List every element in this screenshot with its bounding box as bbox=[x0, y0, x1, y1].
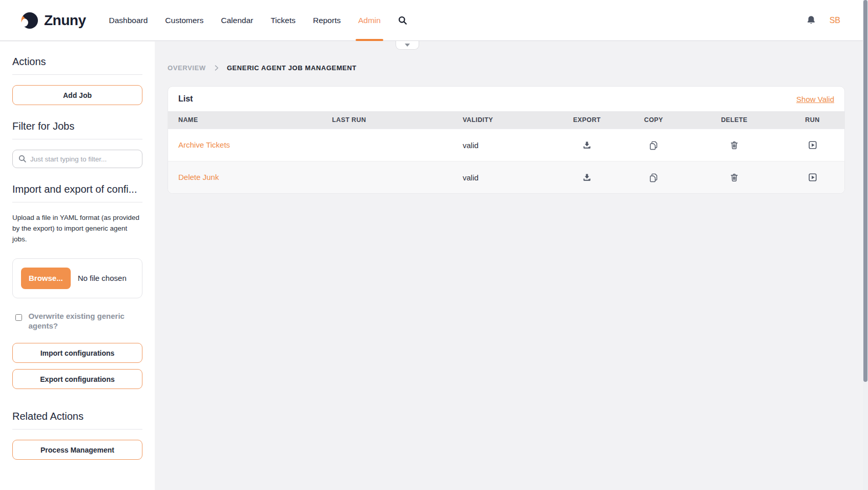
browse-button[interactable]: Browse... bbox=[21, 268, 71, 289]
nav-item-admin[interactable]: Admin bbox=[349, 0, 389, 40]
column-header-last-run: LAST RUN bbox=[322, 116, 452, 124]
table-header-row: NAME LAST RUN VALIDITY EXPORT COPY DELET… bbox=[168, 111, 844, 129]
sidebar: Actions Add Job Filter for Jobs Import a… bbox=[0, 42, 155, 490]
breadcrumb: OVERVIEW GENERIC AGENT JOB MANAGEMENT bbox=[168, 64, 863, 72]
related-actions-title: Related Actions bbox=[12, 411, 142, 422]
sidebar-section-filter: Filter for Jobs bbox=[12, 120, 142, 168]
import-configurations-button[interactable]: Import configurations bbox=[12, 343, 142, 363]
export-icon[interactable] bbox=[582, 140, 592, 150]
column-header-name: NAME bbox=[168, 116, 322, 124]
sidebar-section-import-export: Import and export of confi... Upload a f… bbox=[12, 183, 142, 389]
nav-item-tickets[interactable]: Tickets bbox=[262, 0, 304, 40]
breadcrumb-current-page: GENERIC AGENT JOB MANAGEMENT bbox=[227, 64, 357, 72]
top-header: Znuny Dashboard Customers Calendar Ticke… bbox=[0, 0, 868, 41]
column-header-validity: VALIDITY bbox=[452, 116, 555, 124]
divider bbox=[12, 202, 142, 202]
overwrite-label: Overwrite existing generic agents? bbox=[28, 312, 142, 331]
user-avatar-initials[interactable]: SB bbox=[830, 16, 840, 25]
divider bbox=[12, 139, 142, 139]
brand-logo[interactable]: Znuny bbox=[20, 11, 86, 30]
divider bbox=[12, 429, 142, 430]
main-navigation: Dashboard Customers Calendar Tickets Rep… bbox=[100, 0, 416, 40]
divider bbox=[12, 74, 142, 75]
import-export-description: Upload a file in YAML format (as provide… bbox=[12, 213, 142, 245]
vertical-scrollbar-thumb[interactable] bbox=[863, 0, 867, 382]
nav-item-dashboard[interactable]: Dashboard bbox=[100, 0, 157, 40]
job-list-card: List Show Valid NAME LAST RUN VALIDITY E… bbox=[168, 86, 845, 194]
breadcrumb-overview-link[interactable]: OVERVIEW bbox=[168, 64, 206, 72]
run-icon[interactable] bbox=[808, 173, 817, 182]
filter-jobs-input[interactable] bbox=[12, 150, 142, 168]
validity-value: valid bbox=[452, 141, 555, 150]
export-configurations-button[interactable]: Export configurations bbox=[12, 369, 142, 389]
search-icon[interactable] bbox=[389, 0, 416, 40]
trash-icon[interactable] bbox=[730, 140, 739, 150]
table-row: Archive Tickets valid bbox=[168, 129, 844, 161]
copy-icon[interactable] bbox=[649, 173, 658, 182]
add-job-button[interactable]: Add Job bbox=[12, 85, 142, 105]
column-header-export: EXPORT bbox=[555, 116, 619, 124]
process-management-button[interactable]: Process Management bbox=[12, 440, 142, 460]
table-row: Delete Junk valid bbox=[168, 161, 844, 193]
brand-name: Znuny bbox=[44, 12, 86, 29]
nav-item-calendar[interactable]: Calendar bbox=[212, 0, 262, 40]
run-icon[interactable] bbox=[808, 140, 817, 150]
file-upload-area[interactable]: Browse... No file chosen bbox=[12, 258, 142, 298]
nav-item-reports[interactable]: Reports bbox=[304, 0, 349, 40]
filter-search-icon bbox=[18, 154, 27, 165]
column-header-copy: COPY bbox=[619, 116, 688, 124]
sidebar-section-actions: Actions Add Job bbox=[12, 56, 142, 105]
column-header-delete: DELETE bbox=[688, 116, 780, 124]
job-name-link[interactable]: Archive Tickets bbox=[178, 140, 230, 149]
overwrite-checkbox[interactable] bbox=[15, 314, 22, 321]
vertical-scrollbar-track[interactable] bbox=[863, 0, 868, 490]
actions-title: Actions bbox=[12, 56, 142, 68]
chevron-right-icon bbox=[213, 65, 220, 71]
export-icon[interactable] bbox=[582, 173, 592, 182]
show-valid-link[interactable]: Show Valid bbox=[796, 95, 834, 104]
sidebar-section-related-actions: Related Actions Process Management bbox=[12, 411, 142, 460]
main-content: OVERVIEW GENERIC AGENT JOB MANAGEMENT Li… bbox=[155, 42, 863, 490]
validity-value: valid bbox=[452, 173, 555, 182]
column-header-run: RUN bbox=[780, 116, 844, 124]
copy-icon[interactable] bbox=[649, 140, 658, 150]
job-name-link[interactable]: Delete Junk bbox=[178, 173, 219, 181]
list-title: List bbox=[178, 94, 193, 104]
chevron-down-icon bbox=[405, 44, 410, 47]
trash-icon[interactable] bbox=[730, 173, 739, 182]
filter-title: Filter for Jobs bbox=[12, 120, 142, 132]
nav-item-customers[interactable]: Customers bbox=[156, 0, 212, 40]
import-export-title: Import and export of confi... bbox=[12, 183, 142, 195]
header-collapse-toggle[interactable] bbox=[396, 41, 419, 50]
notifications-bell-icon[interactable] bbox=[806, 15, 816, 26]
file-chosen-status: No file chosen bbox=[78, 274, 127, 282]
znuny-logo-icon bbox=[20, 11, 39, 30]
